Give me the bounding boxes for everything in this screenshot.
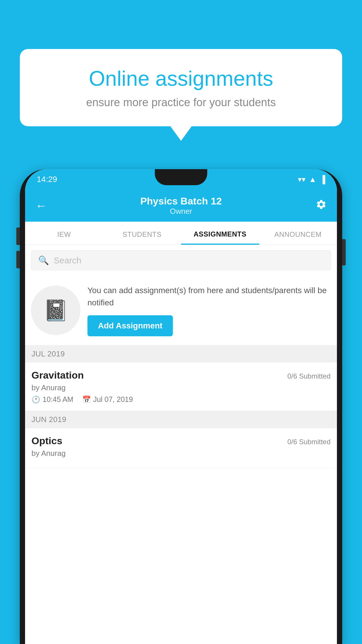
assignment-name-optics: Optics xyxy=(31,435,62,447)
assignment-meta: 🕐 10:45 AM 📅 Jul 07, 2019 xyxy=(31,395,331,404)
back-button[interactable]: ← xyxy=(35,199,47,212)
add-assignment-button[interactable]: Add Assignment xyxy=(87,315,173,336)
volume-down-button[interactable] xyxy=(16,251,20,268)
clock-icon: 🕐 xyxy=(31,396,40,404)
signal-icon: ▲ xyxy=(309,175,317,184)
promo-content: You can add assignment(s) from here and … xyxy=(87,284,331,336)
search-placeholder: Search xyxy=(54,256,81,265)
assignment-name: Gravitation xyxy=(31,370,84,381)
header-title-container: Physics Batch 12 Owner xyxy=(140,195,222,216)
tab-announcements[interactable]: ANNOUNCEM xyxy=(259,230,337,245)
month-header-jun: JUN 2019 xyxy=(25,411,337,428)
header-subtitle: Owner xyxy=(140,207,222,216)
battery-icon: ▐ xyxy=(320,175,325,184)
status-icons: ▾▾ ▲ ▐ xyxy=(298,175,325,184)
header-title: Physics Batch 12 xyxy=(140,195,222,207)
content-area: 🔍 Search 📓 You can add assignment(s) fro… xyxy=(25,245,337,644)
calendar-icon: 📅 xyxy=(82,396,91,404)
assignment-author-optics: by Anurag xyxy=(31,449,331,458)
power-button[interactable] xyxy=(342,239,346,265)
assignment-time-value: 10:45 AM xyxy=(43,395,73,404)
assignment-author: by Anurag xyxy=(31,383,331,392)
settings-icon[interactable] xyxy=(316,199,327,213)
tab-iew[interactable]: IEW xyxy=(25,230,103,245)
speech-bubble-subtitle: ensure more practice for your students xyxy=(40,96,322,109)
assignment-date: 📅 Jul 07, 2019 xyxy=(82,395,133,404)
app-header: ← Physics Batch 12 Owner xyxy=(25,190,337,222)
search-icon: 🔍 xyxy=(38,255,49,265)
assignment-item-optics[interactable]: Optics 0/6 Submitted by Anurag xyxy=(25,428,337,468)
month-header-jul: JUL 2019 xyxy=(25,345,337,363)
assignment-row-top: Gravitation 0/6 Submitted xyxy=(31,370,331,381)
speech-bubble-container: Online assignments ensure more practice … xyxy=(20,49,342,126)
phone-frame: 14:29 ▾▾ ▲ ▐ ← Physics Batch 12 Owner IE… xyxy=(20,169,342,644)
promo-text: You can add assignment(s) from here and … xyxy=(87,284,331,309)
status-time: 14:29 xyxy=(37,175,57,184)
promo-icon-circle: 📓 xyxy=(31,286,80,335)
search-bar[interactable]: 🔍 Search xyxy=(31,250,331,270)
assignment-submitted-optics: 0/6 Submitted xyxy=(287,438,331,446)
tab-assignments[interactable]: ASSIGNMENTS xyxy=(181,230,259,245)
search-container: 🔍 Search xyxy=(25,245,337,276)
assignment-row-top-optics: Optics 0/6 Submitted xyxy=(31,435,331,447)
phone-notch xyxy=(155,169,207,185)
assignment-item-gravitation[interactable]: Gravitation 0/6 Submitted by Anurag 🕐 10… xyxy=(25,363,337,411)
assignment-submitted: 0/6 Submitted xyxy=(287,372,331,380)
tabs-bar: IEW STUDENTS ASSIGNMENTS ANNOUNCEM xyxy=(25,222,337,245)
volume-up-button[interactable] xyxy=(16,228,20,245)
speech-bubble: Online assignments ensure more practice … xyxy=(20,49,342,126)
assignment-date-value: Jul 07, 2019 xyxy=(93,395,133,404)
speech-bubble-title: Online assignments xyxy=(40,66,322,90)
assignment-time: 🕐 10:45 AM xyxy=(31,395,73,404)
promo-section: 📓 You can add assignment(s) from here an… xyxy=(25,276,337,345)
notebook-icon: 📓 xyxy=(43,298,68,322)
tab-students[interactable]: STUDENTS xyxy=(103,230,181,245)
wifi-icon: ▾▾ xyxy=(298,175,305,184)
phone-screen: 14:29 ▾▾ ▲ ▐ ← Physics Batch 12 Owner IE… xyxy=(25,169,337,644)
